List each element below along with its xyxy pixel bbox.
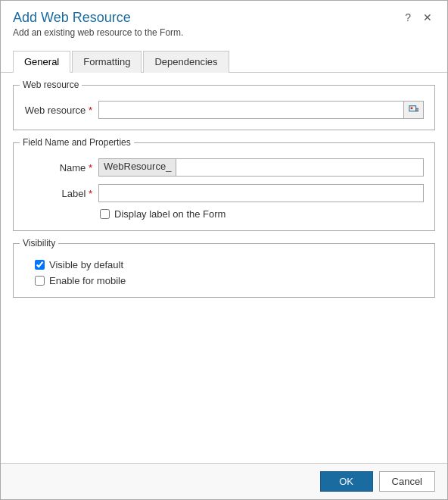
dialog-title: Add Web Resource bbox=[13, 10, 183, 26]
visible-by-default-row: Visible by default bbox=[35, 259, 424, 270]
web-resource-required-star: * bbox=[89, 105, 92, 116]
browse-button[interactable] bbox=[404, 101, 424, 119]
display-label-row: Display label on the Form bbox=[100, 208, 424, 220]
dialog-subtitle: Add an existing web resource to the Form… bbox=[13, 27, 183, 38]
label-row: Label * bbox=[24, 184, 424, 202]
web-resource-input-wrap bbox=[98, 101, 424, 119]
browse-icon bbox=[409, 105, 419, 115]
label-label: Label * bbox=[24, 188, 92, 199]
web-resource-row: Web resource * bbox=[24, 101, 424, 119]
help-button[interactable]: ? bbox=[402, 10, 414, 25]
visibility-legend: Visibility bbox=[20, 238, 58, 248]
name-prefix: WebResource_ bbox=[98, 158, 176, 177]
name-label: Name * bbox=[24, 162, 92, 173]
field-name-section: Field Name and Properties Name * WebReso… bbox=[13, 142, 435, 231]
label-input-wrap bbox=[98, 184, 424, 202]
name-row: Name * WebResource_ bbox=[24, 158, 424, 177]
web-resource-legend: Web resource bbox=[20, 80, 82, 90]
tab-formatting[interactable]: Formatting bbox=[72, 51, 142, 73]
web-resource-input[interactable] bbox=[98, 101, 404, 119]
ok-button[interactable]: OK bbox=[320, 471, 373, 492]
tabs-bar: General Formatting Dependencies bbox=[1, 44, 447, 73]
visible-by-default-checkbox[interactable] bbox=[35, 260, 45, 270]
title-area: Add Web Resource Add an existing web res… bbox=[13, 10, 183, 38]
tab-general[interactable]: General bbox=[13, 51, 70, 73]
enable-mobile-row: Enable for mobile bbox=[35, 275, 424, 286]
field-name-legend: Field Name and Properties bbox=[20, 137, 134, 148]
visibility-section: Visibility Visible by default Enable for… bbox=[13, 243, 435, 298]
dialog-header: Add Web Resource Add an existing web res… bbox=[1, 1, 447, 44]
tab-dependencies[interactable]: Dependencies bbox=[143, 51, 229, 73]
web-resource-label: Web resource * bbox=[24, 105, 92, 116]
close-button[interactable]: ✕ bbox=[420, 10, 435, 25]
svg-rect-1 bbox=[410, 108, 412, 110]
name-input-group: WebResource_ bbox=[98, 158, 424, 177]
dialog-footer: OK Cancel bbox=[1, 463, 447, 499]
name-suffix-input[interactable] bbox=[176, 158, 424, 177]
dialog-body: Web resource Web resource * bbox=[1, 73, 447, 463]
label-required-star: * bbox=[89, 188, 92, 199]
display-label-checkbox-label: Display label on the Form bbox=[114, 208, 226, 220]
label-input[interactable] bbox=[98, 184, 424, 202]
enable-mobile-checkbox[interactable] bbox=[35, 276, 45, 286]
enable-mobile-label: Enable for mobile bbox=[49, 275, 126, 286]
add-web-resource-dialog: Add Web Resource Add an existing web res… bbox=[0, 0, 448, 500]
web-resource-section: Web resource Web resource * bbox=[13, 85, 435, 130]
cancel-button[interactable]: Cancel bbox=[379, 471, 435, 492]
display-label-checkbox[interactable] bbox=[100, 209, 110, 219]
header-buttons: ? ✕ bbox=[402, 10, 435, 25]
name-required-star: * bbox=[89, 162, 92, 173]
visible-by-default-label: Visible by default bbox=[49, 259, 123, 270]
